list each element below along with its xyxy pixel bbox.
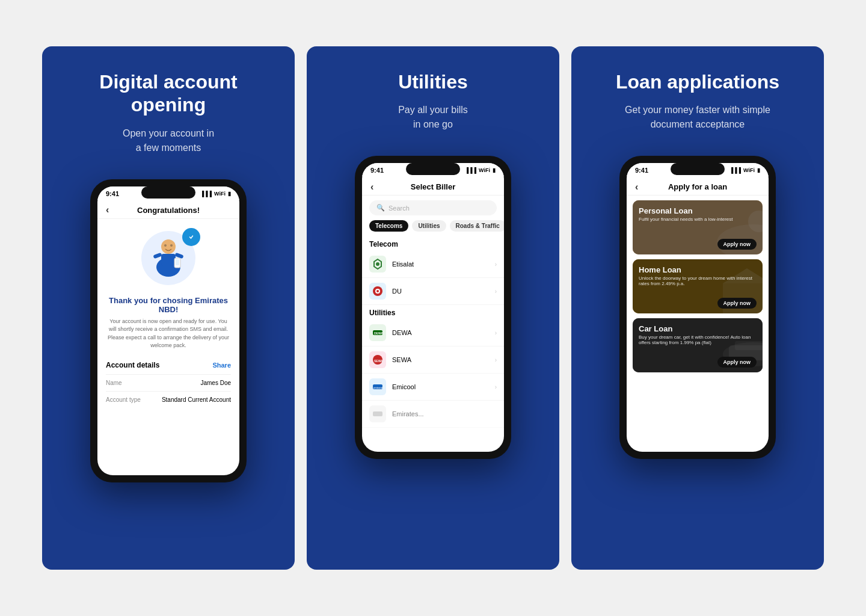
sewa-name: SEWA	[392, 356, 411, 363]
biller-du-left: DU	[369, 283, 402, 300]
home-loan-title: Home Loan	[639, 265, 757, 274]
biller-du[interactable]: DU ›	[362, 278, 504, 305]
svg-point-10	[376, 262, 379, 266]
personal-loan-title: Personal Loan	[639, 206, 757, 215]
sewa-logo: SEWA	[369, 351, 386, 368]
utilities-section-title: Utilities	[362, 305, 504, 319]
screen-title-3: Apply for a loan	[668, 182, 727, 191]
account-row-name: Name James Doe	[106, 374, 231, 391]
signal-icon-3: ▐▐▐	[729, 167, 741, 173]
phone-2: 9:41 ▐▐▐ WiFi ▮ ‹ Select Biller 🔍 Search	[355, 156, 511, 459]
back-arrow-3[interactable]: ‹	[635, 182, 638, 192]
person-svg	[150, 237, 186, 279]
person-circle	[141, 231, 195, 285]
panel-digital-account: Digital account opening Open your accoun…	[42, 46, 295, 570]
tab-utilities[interactable]: Utilities	[412, 220, 446, 232]
chevron-du: ›	[495, 288, 497, 295]
signal-icon-2: ▐▐▐	[465, 167, 476, 173]
svg-text:SEWA: SEWA	[374, 359, 383, 363]
screen-header-3: ‹ Apply for a loan	[627, 176, 769, 196]
panel-1-subtitle: Open your account ina few moments	[123, 126, 214, 155]
dewa-svg: DEWA	[372, 327, 384, 339]
home-loan-desc: Unlock the doorway to your dream home wi…	[639, 276, 757, 286]
more-name: Emirates...	[392, 410, 424, 417]
back-arrow-2[interactable]: ‹	[370, 182, 373, 192]
svg-point-5	[164, 244, 167, 247]
svg-rect-8	[176, 259, 179, 265]
phone-screen-2: 9:41 ▐▐▐ WiFi ▮ ‹ Select Biller 🔍 Search	[362, 163, 504, 452]
sewa-svg: SEWA	[372, 354, 384, 366]
chevron-dewa: ›	[495, 330, 497, 336]
svg-text:DEWA: DEWA	[374, 331, 383, 335]
back-arrow-1[interactable]: ‹	[106, 205, 109, 215]
wifi-icon-2: WiFi	[479, 167, 490, 173]
battery-icon: ▮	[228, 191, 231, 197]
svg-point-0	[161, 239, 176, 254]
du-name: DU	[392, 288, 402, 295]
svg-point-6	[170, 244, 173, 247]
more-svg	[372, 408, 384, 420]
congrats-illustration	[97, 219, 239, 291]
home-loan-apply-btn[interactable]: Apply now	[717, 298, 757, 309]
screen-header-2: ‹ Select Biller	[362, 176, 504, 196]
panel-3-title: Loan applications	[616, 70, 779, 93]
biller-emicool[interactable]: emicool Emicool ›	[362, 374, 504, 401]
personal-loan-text: Personal Loan Fulfil your financial need…	[639, 206, 757, 222]
loan-card-home[interactable]: Home Loan Unlock the doorway to your dre…	[633, 259, 763, 313]
biller-more-left: Emirates...	[369, 405, 424, 422]
biller-dewa-left: DEWA DEWA	[369, 324, 412, 341]
svg-rect-2	[161, 254, 176, 266]
telecom-section-title: Telecom	[362, 236, 504, 251]
account-details-header: Account details Share	[106, 361, 231, 369]
svg-rect-3	[153, 253, 162, 259]
phone-3: 9:41 ▐▐▐ WiFi ▮ ‹ Apply for a loan	[619, 156, 776, 459]
panel-loans: Loan applications Get your money faster …	[571, 46, 824, 570]
biller-etisalat[interactable]: Etisalat ›	[362, 251, 504, 278]
loan-card-personal[interactable]: Personal Loan Fulfil your financial need…	[633, 200, 763, 254]
etisalat-name: Etisalat	[392, 260, 414, 268]
loan-card-car[interactable]: Car Loan Buy your dream car, get it with…	[633, 318, 763, 372]
status-icons-2: ▐▐▐ WiFi ▮	[465, 167, 496, 173]
screen-header-1: ‹ Congratulations!	[97, 200, 239, 219]
svg-point-13	[376, 290, 379, 292]
svg-rect-20	[373, 411, 382, 416]
row-label-name: Name	[106, 380, 122, 386]
phone-notch-3	[671, 163, 725, 175]
tab-roads[interactable]: Roads & Traffic	[450, 220, 504, 232]
status-icons-1: ▐▐▐ WiFi ▮	[200, 191, 231, 197]
battery-icon-2: ▮	[493, 167, 496, 173]
filter-tabs: Telecoms Utilities Roads & Traffic	[362, 220, 504, 236]
search-bar[interactable]: 🔍 Search	[369, 200, 497, 215]
du-logo	[369, 283, 386, 300]
phone-notch-1	[141, 186, 195, 199]
biller-more: Emirates...	[362, 401, 504, 428]
personal-loan-desc: Fulfil your financial needs with a low-i…	[639, 217, 757, 222]
svg-text:emicool: emicool	[373, 386, 382, 389]
row-value-name: James Doe	[200, 380, 231, 386]
car-loan-text: Car Loan Buy your dream car, get it with…	[639, 324, 757, 345]
biller-dewa[interactable]: DEWA DEWA ›	[362, 319, 504, 346]
home-loan-content: Home Loan Unlock the doorway to your dre…	[633, 259, 763, 313]
congrats-text-block: Thank you for chosing Emirates NBD! Your…	[97, 291, 239, 355]
personal-loan-apply-btn[interactable]: Apply now	[717, 239, 757, 250]
home-loan-text: Home Loan Unlock the doorway to your dre…	[639, 265, 757, 286]
share-link[interactable]: Share	[212, 362, 231, 369]
phone-1: 9:41 ▐▐▐ WiFi ▮ ‹ Congratulations!	[90, 179, 247, 482]
tab-telecoms[interactable]: Telecoms	[369, 220, 408, 232]
time-2: 9:41	[370, 167, 384, 174]
emicool-svg: emicool	[372, 381, 384, 393]
panel-utilities: Utilities Pay all your billsin one go 9:…	[307, 46, 559, 570]
car-loan-apply-btn[interactable]: Apply now	[717, 357, 757, 368]
phone-notch-2	[406, 163, 460, 175]
chevron-sewa: ›	[495, 357, 497, 363]
emicool-logo: emicool	[369, 378, 386, 395]
car-loan-content: Car Loan Buy your dream car, get it with…	[633, 318, 763, 372]
phone-screen-3: 9:41 ▐▐▐ WiFi ▮ ‹ Apply for a loan	[627, 163, 769, 452]
screen-title-1: Congratulations!	[137, 206, 200, 215]
more-logo	[369, 405, 386, 422]
signal-icon: ▐▐▐	[200, 191, 212, 197]
personal-loan-content: Personal Loan Fulfil your financial need…	[633, 200, 763, 254]
biller-sewa[interactable]: SEWA SEWA ›	[362, 346, 504, 374]
biller-emicool-left: emicool Emicool	[369, 378, 416, 395]
panel-3-subtitle: Get your money faster with simpledocumen…	[625, 103, 770, 132]
